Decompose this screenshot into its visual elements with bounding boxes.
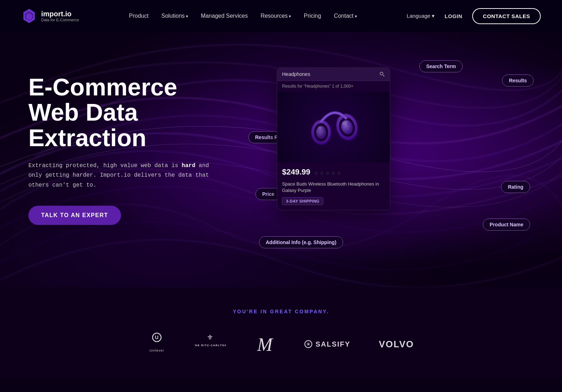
partners-section: YOU'RE IN GREAT COMPANY. U Unilever ⚜ TH… <box>0 287 562 377</box>
svg-point-21 <box>308 343 309 345</box>
partners-tagline: YOU'RE IN GREAT COMPANY. <box>28 309 534 314</box>
brand-tagline: Data for E-Commerce <box>41 18 79 22</box>
headphones-illustration <box>305 99 362 155</box>
bottom-section: The worlds largest brands depend on Impo… <box>0 377 562 392</box>
svg-text:Unilever: Unilever <box>150 349 164 352</box>
demo-card: Headphones Results for "Headphones" 1 of… <box>277 67 390 210</box>
ritz-carlton-logo: ⚜ THE RITZ-CARLTON <box>194 332 226 356</box>
demo-product-info: $249.99 ☆ ☆ ☆ ☆ ☆ Space Buds Wireless Bl… <box>277 162 390 210</box>
nav-product[interactable]: Product <box>129 13 149 19</box>
results-label: Results <box>502 74 534 87</box>
search-icon <box>379 71 385 77</box>
navigation: import.io Data for E-Commerce Product So… <box>0 0 562 32</box>
talk-to-expert-button[interactable]: TALK TO AN EXPERT <box>28 206 121 225</box>
demo-results-bar: Results for "Headphones" 1 of 1,000+ <box>277 81 390 92</box>
salsify-logo: SALSIFY <box>304 340 350 348</box>
unilever-symbol: U Unilever <box>148 332 166 356</box>
demo-product-image <box>277 92 390 162</box>
nav-links: Product Solutions Managed Services Resou… <box>129 13 357 19</box>
hero-section: E-Commerce Web Data Extraction Extractin… <box>0 32 562 287</box>
star-5: ☆ <box>337 170 341 176</box>
search-term-label: Search Term <box>419 60 463 72</box>
contact-sales-button[interactable]: CONTACT SALES <box>472 8 541 24</box>
svg-text:⚜: ⚜ <box>207 333 214 341</box>
demo-price: $249.99 <box>282 167 310 177</box>
svg-line-4 <box>383 75 384 76</box>
demo-stars: ☆ ☆ ☆ ☆ ☆ <box>314 170 341 176</box>
hero-title: E-Commerce Web Data Extraction <box>28 74 234 150</box>
nav-pricing[interactable]: Pricing <box>304 13 321 19</box>
svg-point-12 <box>318 126 322 129</box>
svg-point-3 <box>380 72 383 75</box>
volvo-logo: VOLVO <box>379 339 414 350</box>
login-button[interactable]: LOGIN <box>445 13 462 19</box>
product-name-label: Product Name <box>483 219 530 231</box>
star-3: ☆ <box>325 170 330 176</box>
marriott-logo: M <box>254 333 276 355</box>
language-selector[interactable]: Language ▾ <box>407 13 435 19</box>
star-1: ☆ <box>314 170 319 176</box>
demo-product-name: Space Buds Wireless Bluetooth Headphones… <box>282 181 385 194</box>
nav-resources[interactable]: Resources <box>260 13 291 19</box>
hero-content: E-Commerce Web Data Extraction Extractin… <box>0 32 562 287</box>
brand-name: import.io <box>41 10 79 18</box>
hero-subtitle: Extracting protected, high value web dat… <box>28 161 213 190</box>
salsify-text: SALSIFY <box>315 340 350 348</box>
unilever-logo: U Unilever <box>148 332 166 356</box>
star-4: ☆ <box>331 170 336 176</box>
nav-managed-services[interactable]: Managed Services <box>201 13 248 19</box>
volvo-text: VOLVO <box>379 339 414 349</box>
svg-text:U: U <box>155 335 159 340</box>
demo-shipping-badge: 3-DAY SHIPPING <box>282 197 323 205</box>
rating-label: Rating <box>501 181 530 193</box>
demo-search-bar: Headphones <box>277 68 390 81</box>
additional-info-label: Additional Info (e.g. Shipping) <box>259 236 343 248</box>
hero-left-panel: E-Commerce Web Data Extraction Extractin… <box>28 60 234 225</box>
hero-right-panel: Search Term Results Results Rank Price R… <box>248 60 534 266</box>
star-2: ☆ <box>320 170 324 176</box>
nav-solutions[interactable]: Solutions <box>161 13 188 19</box>
nav-contact[interactable]: Contact <box>334 13 357 19</box>
logo-icon <box>21 8 37 24</box>
nav-right: Language ▾ LOGIN CONTACT SALES <box>407 8 541 24</box>
partner-logos: U Unilever ⚜ THE RITZ-CARLTON M <box>28 332 534 356</box>
svg-text:THE RITZ-CARLTON: THE RITZ-CARLTON <box>194 344 226 347</box>
demo-search-input[interactable]: Headphones <box>282 71 379 77</box>
svg-text:M: M <box>257 335 274 354</box>
logo[interactable]: import.io Data for E-Commerce <box>21 8 79 24</box>
